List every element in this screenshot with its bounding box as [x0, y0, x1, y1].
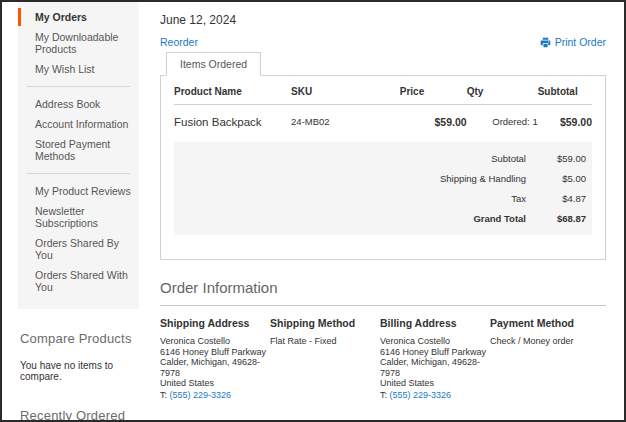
payment-method-title: Payment Method [490, 317, 600, 329]
total-row-shipping: Shipping & Handling $5.00 [174, 168, 592, 188]
shipping-phone-link[interactable]: (555) 229-3326 [170, 390, 232, 400]
billing-phone-link[interactable]: (555) 229-3326 [390, 390, 452, 400]
shipping-address-phone-line: T: (555) 229-3326 [160, 390, 270, 401]
sidebar-item-stored-payment-methods[interactable]: Stored Payment Methods [18, 134, 139, 166]
main-content: June 12, 2024 Reorder Print Order Items … [160, 2, 606, 422]
items-table: Product Name SKU Price Qty Subtotal Fusi… [174, 76, 592, 142]
cell-sku: 24-MB02 [291, 105, 400, 143]
column-sku: SKU [291, 76, 400, 105]
sidebar-item-newsletter-subscriptions[interactable]: Newsletter Subscriptions [18, 201, 139, 233]
order-date: June 12, 2024 [160, 13, 606, 27]
total-value: $5.00 [526, 173, 592, 184]
order-totals: Subtotal $59.00 Shipping & Handling $5.0… [174, 142, 592, 235]
tab-items-ordered[interactable]: Items Ordered [166, 52, 261, 76]
print-order-label: Print Order [555, 36, 606, 48]
sidebar-item-orders-shared-by-you[interactable]: Orders Shared By You [18, 233, 139, 265]
cell-product-name: Fusion Backpack [174, 105, 291, 143]
cell-subtotal: $59.00 [538, 105, 592, 143]
total-label: Grand Total [174, 213, 526, 224]
sidebar: My Orders My Downloadable Products My Wi… [18, 2, 139, 422]
shipping-address-title: Shipping Address [160, 317, 270, 329]
sidebar-item-my-wish-list[interactable]: My Wish List [18, 59, 139, 79]
shipping-address-country: United States [160, 378, 270, 389]
cell-price: $59.00 [400, 105, 467, 143]
print-order-link[interactable]: Print Order [540, 36, 606, 48]
items-ordered-panel: Product Name SKU Price Qty Subtotal Fusi… [160, 75, 606, 260]
compare-products-block: Compare Products You have no items to co… [18, 331, 139, 382]
sidebar-item-my-downloadable-products[interactable]: My Downloadable Products [18, 27, 139, 59]
total-row-tax: Tax $4.87 [174, 188, 592, 208]
reorder-link[interactable]: Reorder [160, 36, 198, 48]
billing-address-country: United States [380, 378, 490, 389]
total-label: Shipping & Handling [174, 173, 526, 184]
order-actions: Reorder Print Order [160, 36, 606, 48]
sidebar-item-my-orders[interactable]: My Orders [18, 7, 139, 27]
nav-divider [27, 86, 130, 87]
recently-ordered-title: Recently Ordered [20, 408, 139, 422]
billing-address-title: Billing Address [380, 317, 490, 329]
payment-method-block: Payment Method Check / Money order [490, 317, 600, 400]
column-subtotal: Subtotal [538, 76, 592, 105]
nav-divider [27, 173, 130, 174]
billing-address-block: Billing Address Veronica Costello 6146 H… [380, 317, 490, 400]
phone-prefix: T: [380, 390, 387, 400]
table-row: Fusion Backpack 24-MB02 $59.00 Ordered: … [174, 105, 592, 143]
cell-qty: Ordered: 1 [467, 105, 538, 143]
payment-method-value: Check / Money order [490, 336, 600, 347]
shipping-method-value: Flat Rate - Fixed [270, 336, 380, 347]
total-value: $59.00 [526, 153, 592, 164]
order-information-section: Order Information Shipping Address Veron… [160, 279, 606, 400]
billing-address-street: 6146 Honey Bluff Parkway [380, 347, 490, 358]
shipping-method-title: Shipping Method [270, 317, 380, 329]
order-tabs: Items Ordered [160, 51, 606, 75]
items-table-header-row: Product Name SKU Price Qty Subtotal [174, 76, 592, 105]
compare-products-empty-text: You have no items to compare. [20, 360, 139, 382]
total-value: $4.87 [526, 193, 592, 204]
compare-products-title: Compare Products [20, 331, 139, 346]
shipping-address-street: 6146 Honey Bluff Parkway [160, 347, 270, 358]
sidebar-item-account-information[interactable]: Account Information [18, 114, 139, 134]
total-label: Tax [174, 193, 526, 204]
total-label: Subtotal [174, 153, 526, 164]
printer-icon [540, 37, 551, 48]
total-value: $68.87 [526, 213, 592, 224]
shipping-address-name: Veronica Costello [160, 336, 270, 347]
order-information-title: Order Information [160, 279, 606, 306]
billing-address-phone-line: T: (555) 229-3326 [380, 390, 490, 401]
billing-address-name: Veronica Costello [380, 336, 490, 347]
sidebar-item-orders-shared-with-you[interactable]: Orders Shared With You [18, 265, 139, 297]
shipping-method-block: Shipping Method Flat Rate - Fixed [270, 317, 380, 400]
column-product-name: Product Name [174, 76, 291, 105]
total-row-subtotal: Subtotal $59.00 [174, 148, 592, 168]
phone-prefix: T: [160, 390, 167, 400]
sidebar-item-my-product-reviews[interactable]: My Product Reviews [18, 181, 139, 201]
column-price: Price [400, 76, 467, 105]
shipping-address-city: Calder, Michigan, 49628-7978 [160, 357, 270, 378]
my-orders-page: My Orders My Downloadable Products My Wi… [0, 0, 626, 422]
recently-ordered-block: Recently Ordered Fusion Backpack Add to … [18, 408, 139, 422]
billing-address-city: Calder, Michigan, 49628-7978 [380, 357, 490, 378]
order-information-columns: Shipping Address Veronica Costello 6146 … [160, 317, 606, 400]
column-qty: Qty [467, 76, 538, 105]
account-nav: My Orders My Downloadable Products My Wi… [18, 2, 139, 309]
total-row-grand-total: Grand Total $68.87 [174, 208, 592, 228]
sidebar-item-address-book[interactable]: Address Book [18, 94, 139, 114]
shipping-address-block: Shipping Address Veronica Costello 6146 … [160, 317, 270, 400]
